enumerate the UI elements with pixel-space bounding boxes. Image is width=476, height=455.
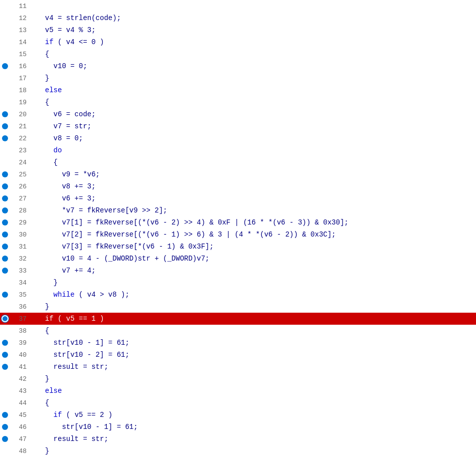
code-text: result = str;	[33, 435, 108, 443]
code-line: 18 else	[0, 84, 476, 96]
breakpoint-area[interactable]	[0, 171, 10, 177]
code-line: 36 }	[0, 301, 476, 313]
breakpoint-dot	[2, 111, 8, 117]
code-text: v5 = v4 % 3;	[33, 26, 96, 34]
code-text: result = str;	[33, 363, 108, 371]
line-number: 23	[10, 147, 33, 154]
line-number: 41	[10, 363, 33, 371]
code-line: 38 {	[0, 325, 476, 337]
code-editor: 1112 v4 = strlen(code);13 v5 = v4 % 3;14…	[0, 0, 476, 455]
line-number: 42	[10, 375, 33, 383]
line-number: 20	[10, 111, 33, 118]
code-line: 12 v4 = strlen(code);	[0, 12, 476, 24]
code-text: if ( v5 == 2 )	[33, 411, 112, 419]
breakpoint-area[interactable]	[0, 412, 10, 418]
breakpoint-area[interactable]	[0, 207, 10, 213]
breakpoint-dot	[2, 364, 8, 370]
breakpoint-area[interactable]	[0, 63, 10, 69]
line-number: 17	[10, 75, 33, 82]
code-text: else	[33, 387, 62, 395]
line-number: 13	[10, 27, 33, 34]
breakpoint-area[interactable]	[0, 424, 10, 430]
code-text: if ( v4 <= 0 )	[33, 38, 104, 46]
code-line: 40 str[v10 - 2] = 61;	[0, 349, 476, 361]
code-line: 28 *v7 = fkReverse[v9 >> 2];	[0, 204, 476, 216]
code-line: 29 v7[1] = fkReverse[(*(v6 - 2) >> 4) & …	[0, 216, 476, 229]
breakpoint-area[interactable]	[0, 219, 10, 225]
code-text: {	[33, 50, 49, 58]
code-line: 35 while ( v4 > v8 );	[0, 289, 476, 301]
code-text: else	[33, 86, 62, 94]
code-line: 42 }	[0, 373, 476, 385]
line-number: 15	[10, 51, 33, 58]
code-line: 20 v6 = code;	[0, 108, 476, 120]
line-number: 16	[10, 63, 33, 70]
breakpoint-area[interactable]	[0, 315, 10, 322]
line-number: 29	[10, 219, 33, 226]
code-line: 19 {	[0, 96, 476, 108]
line-number: 30	[10, 231, 33, 239]
breakpoint-dot	[2, 195, 8, 201]
line-number: 38	[10, 327, 33, 335]
code-line: 47 result = str;	[0, 433, 476, 445]
breakpoint-dot	[2, 424, 8, 430]
breakpoint-area[interactable]	[0, 364, 10, 370]
code-line: 25 v9 = *v6;	[0, 168, 476, 180]
breakpoint-area[interactable]	[0, 244, 10, 250]
breakpoint-area[interactable]	[0, 195, 10, 201]
code-text: str[v10 - 1] = 61;	[33, 339, 129, 347]
breakpoint-dot	[2, 268, 8, 274]
code-line: 27 v6 += 3;	[0, 192, 476, 204]
code-line: 39 str[v10 - 1] = 61;	[0, 337, 476, 349]
breakpoint-dot	[2, 244, 8, 250]
breakpoint-dot	[2, 232, 8, 238]
line-number: 27	[10, 195, 33, 202]
code-text: v9 = *v6;	[33, 170, 100, 178]
code-line: 44 {	[0, 397, 476, 409]
line-number: 48	[10, 447, 33, 455]
code-text: v8 = 0;	[33, 134, 83, 142]
code-line: 22 v8 = 0;	[0, 132, 476, 144]
breakpoint-area[interactable]	[0, 292, 10, 298]
code-text: v8 += 3;	[33, 182, 96, 190]
code-text: }	[33, 375, 49, 383]
line-number: 44	[10, 399, 33, 407]
code-text: v10 = 0;	[33, 62, 87, 70]
code-line: 17 }	[0, 72, 476, 84]
line-number: 34	[10, 279, 33, 287]
code-line: 21 v7 = str;	[0, 120, 476, 132]
code-text: v7 += 4;	[33, 267, 96, 275]
breakpoint-area[interactable]	[0, 232, 10, 238]
breakpoint-area[interactable]	[0, 256, 10, 262]
line-number: 39	[10, 339, 33, 347]
code-line: 14 if ( v4 <= 0 )	[0, 36, 476, 48]
code-text: }	[33, 279, 58, 287]
line-number: 12	[10, 15, 33, 22]
line-number: 21	[10, 123, 33, 130]
breakpoint-area[interactable]	[0, 123, 10, 129]
breakpoint-area[interactable]	[0, 183, 10, 189]
breakpoint-dot	[2, 436, 8, 442]
code-text: v7[2] = fkReverse[(*(v6 - 1) >> 6) & 3 |…	[33, 231, 336, 239]
line-number: 28	[10, 207, 33, 214]
code-line: 23 do	[0, 144, 476, 156]
line-number: 19	[10, 99, 33, 106]
code-text: {	[33, 98, 49, 106]
line-number: 22	[10, 135, 33, 142]
breakpoint-area[interactable]	[0, 352, 10, 358]
breakpoint-area[interactable]	[0, 135, 10, 141]
code-line: 33 v7 += 4;	[0, 265, 476, 277]
code-line: 24 {	[0, 156, 476, 168]
breakpoint-area[interactable]	[0, 111, 10, 117]
breakpoint-area[interactable]	[0, 340, 10, 346]
code-text: v7[3] = fkReverse[*(v6 - 1) & 0x3F];	[33, 243, 214, 251]
code-line: 15 {	[0, 48, 476, 60]
breakpoint-area[interactable]	[0, 268, 10, 274]
breakpoint-area[interactable]	[0, 436, 10, 442]
code-text: do	[33, 146, 62, 154]
code-line: 41 result = str;	[0, 361, 476, 373]
code-line: 45 if ( v5 == 2 )	[0, 409, 476, 421]
breakpoint-dot	[2, 352, 8, 358]
code-text: v7[1] = fkReverse[(*(v6 - 2) >> 4) & 0xF…	[33, 218, 349, 226]
breakpoint-dot	[2, 292, 8, 298]
